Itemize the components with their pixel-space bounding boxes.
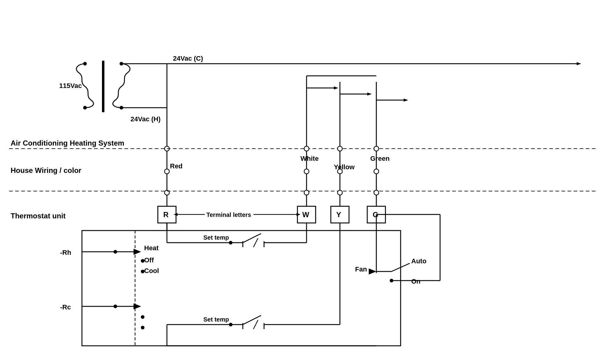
- wire-green-label: Green: [370, 155, 390, 162]
- svg-point-24: [304, 190, 309, 195]
- svg-point-22: [304, 169, 309, 174]
- svg-marker-79: [369, 268, 376, 275]
- switch-off-label: Off: [144, 256, 154, 264]
- svg-line-92: [253, 320, 258, 329]
- terminal-w-label: W: [302, 211, 309, 219]
- wire-yellow-label: Yellow: [334, 163, 355, 171]
- voltage-24c-label: 24Vac (C): [173, 55, 203, 62]
- switch-cool-label: Cool: [144, 267, 159, 275]
- svg-point-40: [374, 169, 379, 174]
- svg-point-20: [304, 146, 309, 151]
- voltage-24h-label: 24Vac (H): [131, 115, 161, 123]
- thermostat-box: [82, 231, 401, 346]
- rh-label: -Rh: [60, 249, 71, 256]
- voltage-115-label: 115Vac: [59, 82, 82, 89]
- section-thermostat-label: Thermostat unit: [11, 212, 66, 220]
- fan-on-label: On: [411, 278, 421, 285]
- svg-point-65: [141, 315, 144, 319]
- svg-line-71: [243, 234, 261, 243]
- section-house-label: House Wiring / color: [11, 166, 81, 174]
- svg-marker-64: [134, 303, 141, 309]
- diagram-container: 115Vac 24Vac (C) 24Vac (H) A: [0, 0, 607, 364]
- svg-point-1: [83, 106, 87, 110]
- wire-white-label: White: [300, 155, 319, 162]
- fan-label: Fan: [355, 265, 367, 273]
- switch-heat-label: Heat: [144, 244, 159, 252]
- section-ac-label: Air Conditioning Heating System: [11, 139, 124, 147]
- wire-red-label: Red: [170, 162, 183, 170]
- svg-marker-45: [404, 99, 408, 102]
- svg-marker-7: [577, 62, 581, 65]
- terminal-r-label: R: [163, 211, 168, 219]
- svg-point-38: [374, 146, 379, 151]
- svg-point-33: [337, 190, 342, 195]
- svg-marker-27: [334, 86, 338, 89]
- svg-point-42: [374, 190, 379, 195]
- set-temp-2-label: Set temp: [203, 316, 229, 323]
- svg-point-66: [141, 326, 144, 329]
- rc-label: -Rc: [60, 303, 71, 311]
- svg-point-29: [337, 146, 342, 151]
- fan-auto-label: Auto: [411, 257, 426, 265]
- set-temp-1-label: Set temp: [203, 234, 229, 241]
- svg-line-75: [253, 238, 258, 247]
- svg-marker-36: [367, 93, 372, 96]
- terminal-y-label: Y: [336, 211, 341, 219]
- terminal-letters-label: Terminal letters: [206, 211, 251, 218]
- svg-point-13: [164, 169, 169, 174]
- svg-line-88: [243, 315, 261, 325]
